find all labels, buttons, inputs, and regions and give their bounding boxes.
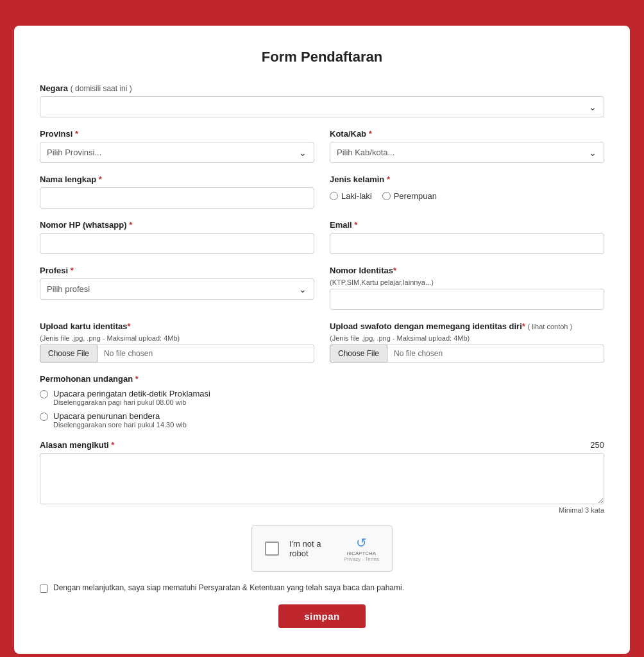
permohonan-radio-1[interactable] — [40, 390, 48, 398]
terms-text: Dengan melanjutkan, saya siap mematuhi P… — [53, 583, 404, 592]
alasan-textarea[interactable] — [40, 453, 604, 504]
permohonan-label: Permohonan undangan * — [40, 374, 604, 384]
email-input[interactable] — [330, 233, 604, 254]
captcha-box[interactable]: I'm not a robot ↺ reCAPTCHA Privacy - Te… — [251, 525, 393, 572]
negara-input[interactable]: INDONESIA — [40, 96, 604, 117]
laki-laki-option[interactable]: Laki-laki — [330, 191, 372, 201]
captcha-checkbox[interactable] — [265, 542, 279, 556]
perempuan-radio[interactable] — [382, 192, 391, 200]
negara-label: Negara ( domisili saat ini ) — [40, 83, 604, 93]
upload-swafoto-note: (Jenis file .jpg, .png - Maksimal upload… — [330, 334, 604, 342]
nomor-hp-label: Nomor HP (whatsapp) * — [40, 220, 314, 230]
email-label: Email * — [330, 220, 604, 230]
provinsi-select[interactable]: Pilih Provinsi... — [40, 142, 314, 163]
permohonan-option-1[interactable]: Upacara peringatan detik-detik Proklamas… — [40, 389, 604, 406]
nomor-hp-input[interactable] — [40, 233, 314, 254]
permohonan-option-1-sub: Diselenggarakan pagi hari pukul 08.00 wi… — [53, 398, 210, 406]
nomor-identitas-note: (KTP,SIM,Kartu pelajar,lainnya...) — [330, 278, 604, 286]
submit-button[interactable]: simpan — [278, 604, 366, 628]
upload-kartu-button[interactable]: Choose File — [40, 345, 97, 363]
nomor-identitas-label: Nomor Identitas* — [330, 266, 604, 275]
upload-kartu-filename: No file chosen — [97, 345, 314, 363]
jenis-kelamin-label: Jenis kelamin * — [330, 175, 604, 184]
upload-kartu-note: (Jenis file .jpg, .png - Maksimal upload… — [40, 334, 314, 342]
terms-checkbox[interactable] — [40, 584, 48, 593]
upload-swafoto-button[interactable]: Choose File — [330, 345, 387, 363]
kota-label: Kota/Kab * — [330, 129, 604, 139]
laki-laki-radio[interactable] — [330, 192, 338, 200]
perempuan-option[interactable]: Perempuan — [382, 191, 437, 201]
profesi-label: Profesi * — [40, 266, 314, 275]
permohonan-option-2-sub: Diselenggarakan sore hari pukul 14.30 wi… — [53, 421, 187, 429]
nama-label: Nama lengkap * — [40, 175, 314, 184]
upload-swafoto-filename: No file chosen — [387, 345, 604, 363]
nomor-identitas-input[interactable] — [330, 289, 604, 310]
captcha-label: I'm not a robot — [289, 539, 334, 558]
kota-select[interactable]: Pilih Kab/kota... — [330, 142, 604, 163]
upload-kartu-label: Upload kartu identitas* — [40, 321, 314, 331]
nama-input[interactable] — [40, 187, 314, 209]
captcha-logo: ↺ reCAPTCHA Privacy - Terms — [344, 535, 379, 562]
alasan-label: Alasan mengikuti * — [40, 440, 114, 450]
form-title: Form Pendaftaran — [40, 49, 604, 65]
profesi-select[interactable]: Pilih profesi — [40, 278, 314, 300]
upload-swafoto-label: Upload swafoto dengan memegang identitas… — [330, 321, 604, 331]
alasan-count: 250 — [590, 440, 604, 450]
permohonan-radio-2[interactable] — [40, 413, 48, 421]
permohonan-option-2[interactable]: Upacara penurunan bendera Diselenggaraka… — [40, 411, 604, 429]
recaptcha-icon: ↺ — [356, 535, 367, 550]
minimal-kata: Minimal 3 kata — [40, 506, 604, 514]
provinsi-label: Provinsi * — [40, 129, 314, 139]
permohonan-option-1-main: Upacara peringatan detik-detik Proklamas… — [53, 389, 210, 398]
permohonan-option-2-main: Upacara penurunan bendera — [53, 411, 187, 421]
